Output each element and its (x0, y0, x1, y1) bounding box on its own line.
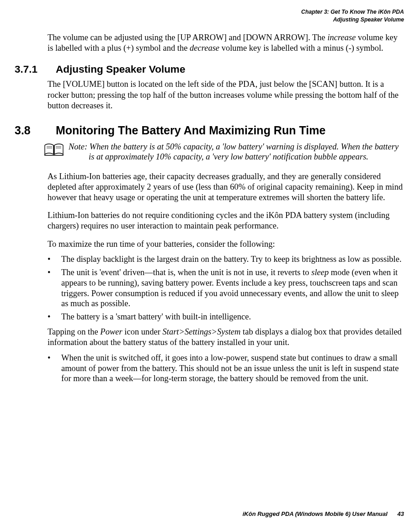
page-body: Chapter 3: Get To Know The iKôn PDA Adju… (0, 0, 420, 531)
section-title: Adjusting Speaker Volume (56, 64, 185, 75)
bullet-list-2: When the unit is switched off, it goes i… (15, 353, 404, 384)
note-text: Note: When the battery is at 50% capacit… (89, 142, 404, 162)
section-number: 3.8 (15, 124, 42, 137)
italic-path: Start>Settings>System (163, 327, 241, 336)
list-item: The unit is 'event' driven—that is, when… (48, 267, 404, 309)
page-number: 43 (398, 510, 404, 517)
header-section: Adjusting Speaker Volume (15, 16, 404, 24)
italic-sleep: sleep (311, 268, 329, 277)
list-item: The battery is a 'smart battery' with bu… (48, 312, 404, 322)
list-item: The display backlight is the largest dra… (48, 254, 404, 265)
battery-cond-paragraph: Lithium-Ion batteries do not require con… (15, 210, 404, 231)
heading-3-7-1: 3.7.1 Adjusting Speaker Volume (15, 64, 404, 75)
battery-age-paragraph: As Lithium-Ion batteries age, their capa… (15, 171, 404, 203)
intro-paragraph: The volume can be adjusted using the [UP… (15, 32, 404, 53)
list-item: When the unit is switched off, it goes i… (48, 353, 404, 384)
power-paragraph: Tapping on the Power icon under Start>Se… (15, 327, 404, 348)
note-block: Note: When the battery is at 50% capacit… (15, 142, 404, 162)
italic-increase: increase (327, 33, 356, 42)
note-content: When the battery is at 50% capacity, a '… (87, 142, 399, 162)
text-run: volume key is labelled with a minus (-) … (219, 43, 383, 53)
text-run: Tapping on the (48, 327, 100, 336)
bullet-list-1: The display backlight is the largest dra… (15, 254, 404, 323)
section-title: Monitoring The Battery And Maximizing Ru… (56, 124, 325, 137)
running-header: Chapter 3: Get To Know The iKôn PDA Adju… (15, 8, 404, 23)
maximize-intro: To maximize the run time of your batteri… (15, 239, 404, 250)
italic-power: Power (100, 327, 122, 336)
s371-paragraph: The [VOLUME] button is located on the le… (15, 79, 404, 111)
text-run: The unit is 'event' driven—that is, when… (61, 268, 311, 277)
italic-decrease: decrease (190, 43, 219, 53)
note-label: Note: (69, 142, 87, 151)
book-icon (44, 143, 64, 156)
heading-3-8: 3.8 Monitoring The Battery And Maximizin… (15, 124, 404, 137)
header-chapter: Chapter 3: Get To Know The iKôn PDA (15, 8, 404, 16)
footer-doc-title: iKôn Rugged PDA (Windows Mobile 6) User … (243, 510, 388, 517)
section-number: 3.7.1 (15, 64, 42, 75)
page-footer: iKôn Rugged PDA (Windows Mobile 6) User … (243, 510, 404, 517)
text-run: The volume can be adjusted using the [UP… (48, 33, 327, 42)
text-run: icon under (122, 327, 163, 336)
